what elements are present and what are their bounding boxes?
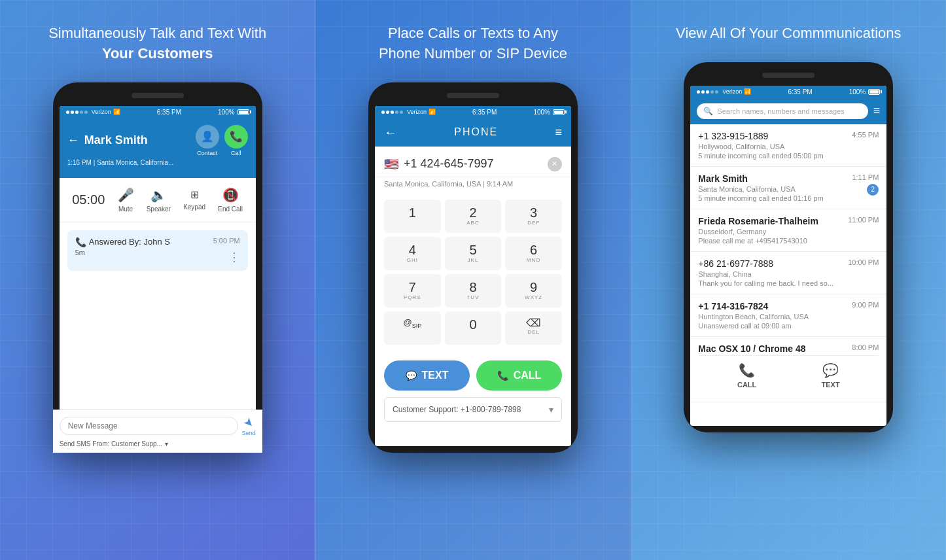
comms-item-top-1: +1 323-915-1889 4:55 PM bbox=[698, 131, 879, 141]
wifi-icon-m: 📶 bbox=[429, 109, 436, 115]
comms-location-1: Hollywood, California, USA bbox=[698, 143, 879, 150]
comms-location-4: Shanghai, China bbox=[698, 270, 879, 278]
comms-name-2: Mark Smith bbox=[698, 173, 747, 184]
call-timer: 05:00 bbox=[72, 192, 105, 207]
contact-icon: 👤 bbox=[196, 125, 219, 149]
key-0[interactable]: 0 bbox=[445, 311, 502, 345]
contact-meta: 1:16 PM | Santa Monica, California... bbox=[67, 159, 248, 166]
list-item[interactable]: +1 714-316-7824 9:00 PM Huntington Beach… bbox=[690, 294, 886, 337]
keypad-btn[interactable]: ⊞ Keypad bbox=[183, 188, 205, 211]
call-phone-icon: 📞 bbox=[497, 370, 508, 381]
back-btn-m[interactable]: ← bbox=[384, 125, 397, 140]
key-7[interactable]: 7PQRS bbox=[384, 274, 441, 307]
call-label: Call bbox=[231, 150, 241, 156]
comms-time-3: 11:00 PM bbox=[848, 216, 879, 224]
phone-speaker-right bbox=[762, 73, 815, 78]
wifi-icon-left: 📶 bbox=[113, 109, 120, 115]
keypad-label: Keypad bbox=[183, 203, 205, 211]
comms-name-3: Frieda Rosemarie-Thalheim bbox=[698, 216, 818, 226]
list-item[interactable]: Frieda Rosemarie-Thalheim 11:00 PM Dusse… bbox=[690, 209, 886, 252]
comms-time-4: 10:00 PM bbox=[848, 258, 879, 266]
menu-btn-m[interactable]: ≡ bbox=[555, 126, 562, 139]
call-button[interactable]: 📞 CALL bbox=[476, 360, 562, 391]
search-input-wrap[interactable]: 🔍 Search names, numbers and messages bbox=[697, 103, 867, 119]
send-button[interactable]: ➤ Send bbox=[242, 415, 256, 436]
m-dot-2 bbox=[386, 111, 389, 114]
search-icon: 🔍 bbox=[703, 107, 713, 116]
call-action-btn[interactable]: 📞 Call bbox=[224, 125, 248, 156]
phone-number-display: +1 424-645-7997 bbox=[404, 157, 542, 171]
comms-location-5: Huntington Beach, California, USA bbox=[698, 313, 879, 321]
answered-bubble: 📞 Answered By: John S 5m 5:00 PM ⋮ bbox=[67, 230, 248, 271]
key-4[interactable]: 4GHI bbox=[384, 237, 441, 270]
keypad-row-1: 1 2ABC 3DEF bbox=[384, 200, 562, 233]
list-item[interactable]: Mac OSX 10 / Chrome 48 8:00 PM 📞 CALL 💬 … bbox=[690, 337, 886, 402]
phone-mockup-left: Verizon 📶 6:35 PM 100% ← Mark Smith bbox=[53, 82, 262, 453]
back-arrow-left[interactable]: ← bbox=[67, 133, 79, 147]
panel-title-middle: Place Calls or Texts to AnyPhone Number … bbox=[366, 24, 580, 64]
menu-lines-icon[interactable]: ≡ bbox=[873, 104, 881, 118]
comms-list: +1 323-915-1889 4:55 PM Hollywood, Calif… bbox=[690, 124, 886, 402]
clear-btn[interactable]: ✕ bbox=[548, 157, 562, 171]
key-2[interactable]: 2ABC bbox=[445, 200, 502, 233]
bottom-call-action[interactable]: 📞 CALL bbox=[737, 362, 756, 389]
customer-support-bar[interactable]: Customer Support: +1-800-789-7898 ▾ bbox=[384, 397, 562, 422]
panel-right: View All Of Your Commmunications Verizon… bbox=[631, 0, 946, 560]
answered-duration: 5m bbox=[75, 249, 170, 256]
phone-top-bar: ← PHONE ≡ bbox=[375, 118, 571, 147]
dialer-input-area: 🇺🇸 +1 424-645-7997 ✕ bbox=[375, 147, 571, 177]
search-bar-container: 🔍 Search names, numbers and messages ≡ bbox=[690, 98, 886, 124]
list-item[interactable]: +86 21-6977-7888 10:00 PM Shanghai, Chin… bbox=[690, 252, 886, 294]
key-del[interactable]: ⌫DEL bbox=[505, 311, 562, 345]
m-dot-5 bbox=[400, 111, 403, 114]
m-dot-1 bbox=[381, 111, 385, 114]
status-left: Verizon 📶 bbox=[66, 109, 120, 115]
signal-dots-m bbox=[381, 111, 403, 114]
call-header-top: ← Mark Smith 👤 Contact 📞 Call bbox=[67, 125, 248, 156]
list-item[interactable]: +1 323-915-1889 4:55 PM Hollywood, Calif… bbox=[690, 124, 886, 167]
text-button[interactable]: 💬 TEXT bbox=[384, 360, 470, 391]
sms-arrow: ▾ bbox=[165, 440, 168, 446]
dots-menu[interactable]: ⋮ bbox=[228, 250, 240, 264]
call-action-label: CALL bbox=[737, 381, 756, 389]
comms-time-6: 8:00 PM bbox=[852, 343, 879, 351]
status-right-m: 100% bbox=[533, 109, 565, 116]
comms-name-4: +86 21-6977-7888 bbox=[698, 258, 773, 269]
key-3[interactable]: 3DEF bbox=[505, 200, 562, 233]
key-8[interactable]: 8TUV bbox=[445, 274, 502, 307]
answered-timestamp: 5:00 PM bbox=[213, 237, 240, 245]
key-1[interactable]: 1 bbox=[384, 200, 441, 233]
comms-name-6: Mac OSX 10 / Chrome 48 bbox=[698, 343, 805, 354]
key-9[interactable]: 9WXYZ bbox=[505, 274, 562, 307]
contact-action-btn[interactable]: 👤 Contact bbox=[196, 125, 219, 156]
key-5[interactable]: 5JKL bbox=[445, 237, 502, 270]
call-spacer bbox=[60, 279, 256, 383]
message-row: ➤ Send bbox=[60, 415, 256, 436]
call-header: ← Mark Smith 👤 Contact 📞 Call bbox=[60, 118, 256, 178]
text-action-label: TEXT bbox=[822, 381, 840, 389]
call-action-icon: 📞 bbox=[739, 362, 755, 378]
comms-name-5: +1 714-316-7824 bbox=[698, 301, 768, 311]
comms-message-1: 5 minute incoming call ended 05:00 pm bbox=[698, 152, 879, 160]
speaker-btn[interactable]: 🔈 Speaker bbox=[147, 187, 171, 213]
call-actions: 👤 Contact 📞 Call bbox=[196, 125, 248, 156]
m-dot-4 bbox=[395, 111, 398, 114]
bottom-actions: 📞 CALL 💬 TEXT bbox=[698, 355, 879, 395]
key-6[interactable]: 6MNO bbox=[505, 237, 562, 270]
sms-action-icon: 💬 bbox=[822, 362, 839, 378]
comms-message-4: Thank you for calling me back. I need so… bbox=[698, 279, 879, 287]
bottom-text-action[interactable]: 💬 TEXT bbox=[822, 362, 840, 389]
speaker-icon: 🔈 bbox=[150, 187, 167, 203]
send-label: Send bbox=[242, 430, 256, 436]
mute-btn[interactable]: 🎤 Mute bbox=[118, 187, 134, 213]
end-call-btn[interactable]: 📵 End Call bbox=[218, 187, 243, 213]
list-item[interactable]: Mark Smith 1:11 PM Santa Monica, Califor… bbox=[690, 167, 886, 209]
keypad: 1 2ABC 3DEF 4GHI 5JKL 6MNO 7PQRS 8TUV 9W… bbox=[375, 194, 571, 354]
message-input[interactable] bbox=[60, 417, 238, 435]
battery-pct-left: 100% bbox=[218, 109, 235, 116]
key-sip[interactable]: @SIP bbox=[384, 311, 441, 345]
chevron-down-icon: ▾ bbox=[549, 404, 553, 415]
comms-time-1: 4:55 PM bbox=[852, 131, 879, 139]
unread-badge: 2 bbox=[867, 184, 879, 196]
comms-time-5: 9:00 PM bbox=[852, 301, 879, 309]
